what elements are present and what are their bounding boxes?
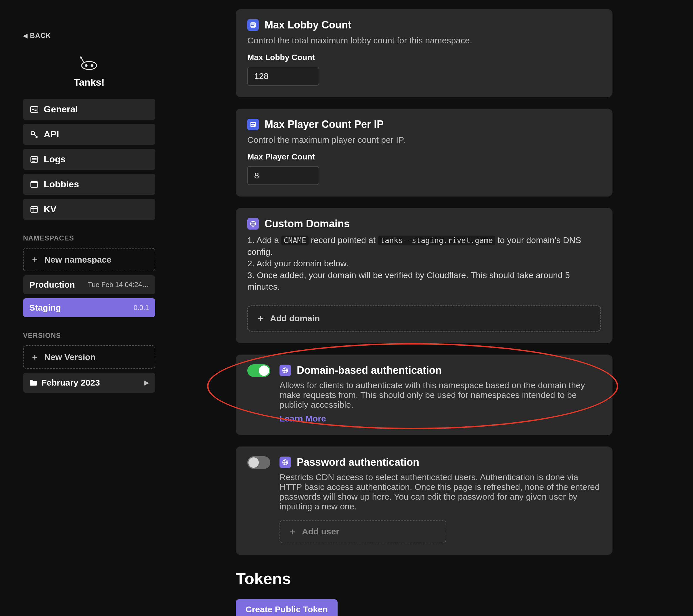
- card-description: Control the maximum player count per IP.: [247, 135, 601, 145]
- card-max-player-count: Max Player Count Per IP Control the maxi…: [236, 109, 613, 197]
- svg-rect-10: [32, 158, 37, 159]
- svg-rect-23: [251, 125, 254, 126]
- app-logo-block: Tanks!: [23, 55, 155, 88]
- add-domain-button[interactable]: ＋ Add domain: [247, 305, 601, 332]
- gamepad-icon: [80, 55, 98, 72]
- svg-point-0: [82, 61, 97, 69]
- sidebar-item-general[interactable]: General: [23, 99, 155, 120]
- namespace-meta: Tue Feb 14 04:24…: [88, 281, 149, 289]
- svg-rect-20: [251, 25, 254, 26]
- create-public-token-button[interactable]: Create Public Token: [236, 599, 338, 616]
- list-icon: [30, 156, 39, 163]
- back-link[interactable]: ◀ BACK: [23, 32, 155, 40]
- sidebar-item-api[interactable]: API: [23, 124, 155, 145]
- card-title: Password authentication: [297, 456, 419, 468]
- back-label: BACK: [30, 32, 51, 40]
- svg-point-2: [91, 65, 93, 66]
- sidebar-item-label: General: [44, 104, 78, 115]
- svg-rect-6: [35, 109, 37, 109]
- card-description: Control the total maximum lobby count fo…: [247, 36, 601, 45]
- field-label: Max Player Count: [247, 152, 601, 162]
- domain-code: tanks--staging.rivet.game: [378, 235, 495, 245]
- sidebar-item-label: API: [44, 129, 59, 140]
- key-icon: [30, 131, 39, 138]
- field-label: Max Lobby Count: [247, 53, 601, 62]
- add-user-label: Add user: [302, 527, 339, 536]
- plus-icon: ＋: [288, 526, 297, 538]
- sidebar-item-lobbies[interactable]: Lobbies: [23, 174, 155, 195]
- tokens-heading: Tokens: [236, 569, 613, 588]
- svg-rect-21: [251, 122, 256, 127]
- svg-rect-15: [31, 207, 38, 212]
- card-domain-auth: Domain-based authentication Allows for c…: [236, 354, 613, 435]
- sidebar-item-label: Logs: [44, 154, 65, 165]
- password-auth-toggle[interactable]: [247, 456, 270, 469]
- sidebar-item-kv[interactable]: KV: [23, 199, 155, 220]
- sidebar-item-label: Lobbies: [44, 179, 79, 190]
- namespaces-section-label: NAMESPACES: [23, 234, 155, 242]
- caret-left-icon: ◀: [23, 32, 27, 39]
- main-content: Max Lobby Count Control the total maximu…: [178, 0, 693, 616]
- cname-code: CNAME: [281, 235, 308, 245]
- svg-rect-14: [31, 182, 38, 183]
- svg-rect-22: [251, 123, 255, 124]
- token-buttons: Create Public Token Create Development T…: [236, 599, 613, 616]
- new-version-button[interactable]: ＋ New Version: [23, 345, 155, 369]
- svg-rect-12: [32, 161, 35, 162]
- namespace-name: Staging: [29, 303, 61, 313]
- lobby-count-icon: [247, 19, 259, 31]
- versions-section-label: VERSIONS: [23, 332, 155, 340]
- add-user-button[interactable]: ＋ Add user: [279, 520, 446, 543]
- app-title: Tanks!: [74, 77, 104, 88]
- window-icon: [30, 181, 39, 188]
- namespace-item-staging[interactable]: Staging 0.0.1: [23, 298, 155, 317]
- card-title: Custom Domains: [264, 218, 350, 230]
- card-description: Restricts CDN access to select authentic…: [279, 472, 601, 511]
- max-lobby-count-input[interactable]: [247, 67, 319, 86]
- new-namespace-label: New namespace: [44, 255, 111, 265]
- card-custom-domains: Custom Domains 1. Add a CNAME record poi…: [236, 208, 613, 343]
- version-item[interactable]: February 2023 ▶: [23, 373, 155, 393]
- new-version-label: New Version: [44, 352, 96, 362]
- card-title: Max Player Count Per IP: [264, 118, 383, 130]
- card-description: Allows for clients to authenticate with …: [279, 381, 601, 410]
- plus-icon: ＋: [256, 313, 265, 324]
- namespace-item-production[interactable]: Production Tue Feb 14 04:24…: [23, 275, 155, 294]
- domain-auth-toggle[interactable]: [247, 364, 270, 377]
- plus-icon: ＋: [31, 351, 39, 363]
- max-player-count-input[interactable]: [247, 166, 319, 185]
- svg-rect-11: [32, 160, 37, 160]
- plus-icon: ＋: [31, 254, 39, 266]
- svg-rect-19: [251, 24, 255, 24]
- globe-icon: [247, 218, 259, 230]
- custom-domains-steps: 1. Add a CNAME record pointed at tanks--…: [247, 234, 601, 293]
- card-password-auth: Password authentication Restricts CDN ac…: [236, 447, 613, 555]
- chevron-right-icon: ▶: [144, 379, 149, 386]
- card-title: Max Lobby Count: [264, 19, 351, 31]
- table-icon: [30, 206, 39, 212]
- player-count-icon: [247, 119, 259, 130]
- globe-icon: [279, 365, 291, 376]
- sidebar-item-logs[interactable]: Logs: [23, 149, 155, 170]
- card-max-lobby-count: Max Lobby Count Control the total maximu…: [236, 9, 613, 97]
- new-namespace-button[interactable]: ＋ New namespace: [23, 248, 155, 271]
- folder-icon: [29, 378, 37, 388]
- globe-icon: [279, 456, 291, 468]
- learn-more-link[interactable]: Learn More: [279, 414, 601, 424]
- svg-rect-4: [31, 107, 38, 112]
- svg-point-5: [32, 109, 34, 110]
- sidebar-item-label: KV: [44, 204, 56, 214]
- svg-rect-7: [35, 110, 37, 111]
- namespace-meta: 0.0.1: [134, 304, 149, 312]
- svg-point-1: [85, 65, 87, 66]
- svg-rect-18: [251, 22, 256, 27]
- id-card-icon: [30, 106, 39, 112]
- add-domain-label: Add domain: [270, 313, 320, 323]
- namespace-name: Production: [29, 280, 75, 290]
- card-title: Domain-based authentication: [297, 364, 442, 376]
- svg-point-3: [80, 57, 81, 58]
- sidebar: ◀ BACK Tanks! General: [0, 0, 178, 616]
- version-name: February 2023: [41, 378, 100, 388]
